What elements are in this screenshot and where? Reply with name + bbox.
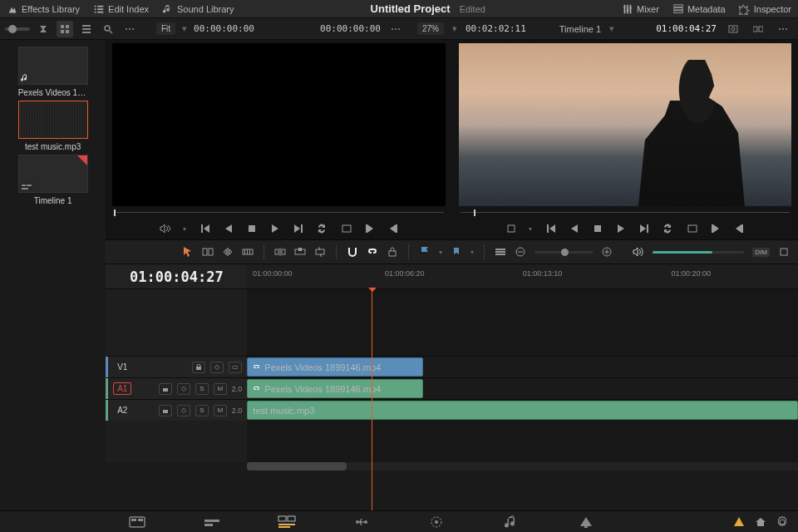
source-viewer: ▾ <box>106 40 451 239</box>
sort-button[interactable] <box>35 21 52 37</box>
color-page-button[interactable] <box>427 515 446 530</box>
grid-view-button[interactable] <box>57 21 73 37</box>
audio-scrub-icon[interactable] <box>160 223 171 234</box>
timeline-name-dropdown[interactable]: Timeline 1 <box>559 24 601 34</box>
v1-lock-button[interactable] <box>192 362 205 373</box>
timeline-view-button[interactable] <box>495 246 506 258</box>
overwrite-button[interactable] <box>294 246 306 258</box>
edit-index-button[interactable]: Edit Index <box>93 3 149 15</box>
zoom-out-button[interactable] <box>515 246 526 258</box>
dual-viewer-button[interactable] <box>750 21 766 37</box>
search-button[interactable] <box>100 21 116 37</box>
viewer-options-button[interactable] <box>775 21 791 37</box>
svg-rect-0 <box>61 25 64 28</box>
transform-icon[interactable] <box>505 223 517 234</box>
a2-lock-button[interactable] <box>159 405 172 416</box>
timeline-scrollbar[interactable] <box>247 462 798 470</box>
deliver-page-button[interactable] <box>577 515 595 530</box>
program-frame[interactable] <box>459 43 791 206</box>
media-item-timeline[interactable]: Timeline 1 <box>18 155 88 205</box>
fit-dropdown[interactable]: Fit <box>156 22 175 35</box>
warning-icon[interactable] <box>733 516 745 528</box>
arrow-tool[interactable] <box>182 246 194 258</box>
program-scrubber[interactable] <box>459 206 791 218</box>
source-frame[interactable] <box>112 43 445 206</box>
in-button[interactable] <box>364 223 376 234</box>
fusion-page-button[interactable] <box>352 515 371 530</box>
a1-auto-select-button[interactable]: ◇ <box>177 383 190 395</box>
v1-auto-select-button[interactable]: ◇ <box>210 362 224 373</box>
media-page-button[interactable] <box>128 515 146 530</box>
a1-lock-button[interactable] <box>159 383 172 395</box>
a1-solo-button[interactable]: S <box>195 383 209 395</box>
prog-in-button[interactable] <box>710 223 722 234</box>
prog-play-reverse-button[interactable] <box>569 223 580 234</box>
list-view-button[interactable] <box>78 21 95 37</box>
dynamic-trim-tool[interactable] <box>222 246 234 258</box>
a2-mute-button[interactable]: M <box>214 405 227 416</box>
prog-first-frame-button[interactable] <box>545 223 557 234</box>
stop-button[interactable] <box>246 223 258 234</box>
blade-tool[interactable] <box>242 246 254 258</box>
zoom-slider[interactable] <box>534 251 593 254</box>
svg-rect-39 <box>249 249 250 254</box>
a1-mute-button[interactable]: M <box>214 383 227 395</box>
effects-library-button[interactable]: Effects Library <box>7 3 80 15</box>
prog-match-frame-button[interactable] <box>687 223 698 234</box>
last-frame-button[interactable] <box>293 223 304 234</box>
clip-a2[interactable]: test music.mp3 <box>247 401 798 420</box>
trim-tool[interactable] <box>202 246 214 258</box>
mixer-button[interactable]: Mixer <box>622 3 659 15</box>
svg-rect-52 <box>196 367 201 370</box>
position-lock-button[interactable] <box>387 246 398 258</box>
a2-solo-button[interactable]: S <box>195 405 209 416</box>
edit-page-button[interactable] <box>278 515 296 530</box>
metadata-button[interactable]: Metadata <box>672 3 726 15</box>
inspector-button[interactable]: Inspector <box>739 3 791 15</box>
single-viewer-button[interactable] <box>725 21 741 37</box>
pool-options-button[interactable] <box>121 21 138 37</box>
clip-v1[interactable]: Pexels Videos 1899146.mp4 <box>247 357 423 377</box>
zoom-dropdown[interactable]: 27% <box>417 22 444 35</box>
monitor-volume-icon[interactable] <box>633 246 644 258</box>
prog-play-button[interactable] <box>615 223 627 234</box>
clip-a1[interactable]: Pexels Videos 1899146.mp4 <box>247 379 423 398</box>
home-button[interactable] <box>755 516 766 528</box>
media-item-video[interactable]: Pexels Videos 18991… <box>18 47 88 97</box>
play-reverse-button[interactable] <box>223 223 234 234</box>
dim-button[interactable]: DIM <box>752 248 770 257</box>
timeline-ruler[interactable]: 01:00:00:00 01:00:06:20 01:00:13:10 01:0… <box>247 264 798 288</box>
sound-library-button[interactable]: Sound Library <box>162 3 234 15</box>
source-scrubber[interactable] <box>112 206 445 218</box>
svg-point-67 <box>435 520 438 524</box>
thumbnail-slider[interactable] <box>5 27 30 31</box>
svg-rect-34 <box>203 249 207 255</box>
v1-disable-button[interactable]: ▭ <box>229 362 242 373</box>
out-button[interactable] <box>387 223 399 234</box>
prog-last-frame-button[interactable] <box>638 223 650 234</box>
media-item-audio[interactable]: test music.mp3 <box>18 101 88 151</box>
replace-button[interactable] <box>314 246 326 258</box>
prog-out-button[interactable] <box>733 223 745 234</box>
play-button[interactable] <box>269 223 281 234</box>
snapping-button[interactable] <box>347 246 358 258</box>
playhead[interactable] <box>372 289 372 510</box>
match-frame-button[interactable] <box>341 223 352 234</box>
flag-button[interactable] <box>419 246 431 258</box>
loop-button[interactable] <box>316 223 328 234</box>
insert-button[interactable] <box>274 246 286 258</box>
fairlight-page-button[interactable] <box>502 515 520 530</box>
zoom-in-button[interactable] <box>601 246 613 258</box>
link-button[interactable] <box>367 246 378 258</box>
prog-stop-button[interactable] <box>592 223 603 234</box>
first-frame-button[interactable] <box>200 223 211 234</box>
a2-auto-select-button[interactable]: ◇ <box>177 405 190 416</box>
source-options-button[interactable] <box>387 21 404 37</box>
cut-page-button[interactable] <box>203 515 221 530</box>
project-settings-button[interactable] <box>776 516 788 528</box>
mute-button[interactable] <box>778 246 790 258</box>
prog-loop-button[interactable] <box>662 223 673 234</box>
svg-rect-23 <box>27 185 32 186</box>
marker-button[interactable] <box>451 246 462 258</box>
monitor-volume-slider[interactable] <box>653 251 744 254</box>
